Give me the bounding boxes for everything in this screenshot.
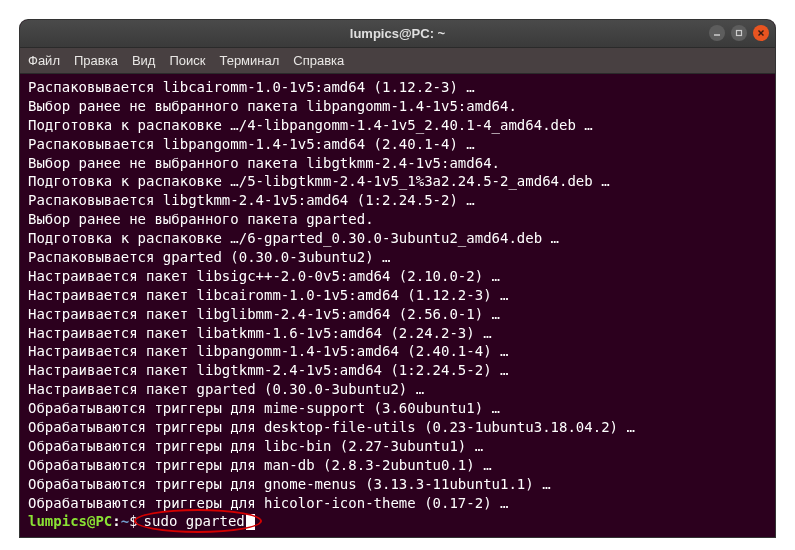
menu-file[interactable]: Файл [28,53,60,68]
prompt-path: ~ [121,512,129,531]
minimize-icon [713,29,721,37]
terminal-line: Обрабатываются триггеры для libc-bin (2.… [28,437,767,456]
terminal-line: Распаковывается libgtkmm-2.4-1v5:amd64 (… [28,191,767,210]
minimize-button[interactable] [709,25,725,41]
terminal-line: Настраивается пакет libcairomm-1.0-1v5:a… [28,286,767,305]
terminal-line: Настраивается пакет libglibmm-2.4-1v5:am… [28,305,767,324]
titlebar[interactable]: lumpics@PC: ~ [20,20,775,48]
close-button[interactable] [753,25,769,41]
terminal-line: Распаковывается gparted (0.30.0-3ubuntu2… [28,248,767,267]
terminal-line: Обрабатываются триггеры для desktop-file… [28,418,767,437]
terminal-line: Подготовка к распаковке …/6-gparted_0.30… [28,229,767,248]
terminal-line: Обрабатываются триггеры для hicolor-icon… [28,494,767,513]
window-controls [709,25,769,41]
maximize-icon [735,29,743,37]
menu-view[interactable]: Вид [132,53,156,68]
prompt-user-host: lumpics@PC [28,512,112,531]
menu-help[interactable]: Справка [293,53,344,68]
menu-terminal[interactable]: Терминал [219,53,279,68]
terminal-line: Настраивается пакет libgtkmm-2.4-1v5:amd… [28,361,767,380]
terminal-window: lumpics@PC: ~ Файл Правка Вид Поиск Терм… [20,20,775,537]
terminal-line: Обрабатываются триггеры для mime-support… [28,399,767,418]
maximize-button[interactable] [731,25,747,41]
cursor [246,514,255,530]
terminal-line: Настраивается пакет libpangomm-1.4-1v5:a… [28,342,767,361]
terminal-line: Выбор ранее не выбранного пакета gparted… [28,210,767,229]
terminal-line: Обрабатываются триггеры для gnome-menus … [28,475,767,494]
svg-rect-1 [737,31,742,36]
terminal-line: Подготовка к распаковке …/5-libgtkmm-2.4… [28,172,767,191]
terminal-line: Выбор ранее не выбранного пакета libgtkm… [28,154,767,173]
terminal-line: Настраивается пакет libsigc++-2.0-0v5:am… [28,267,767,286]
menubar: Файл Правка Вид Поиск Терминал Справка [20,48,775,74]
prompt-dollar: $ [129,512,137,531]
prompt-line: lumpics@PC:~$ sudo gparted [28,512,767,531]
menu-search[interactable]: Поиск [169,53,205,68]
terminal-line: Распаковывается libcairomm-1.0-1v5:amd64… [28,78,767,97]
window-title: lumpics@PC: ~ [350,26,445,41]
terminal-line: Распаковывается libpangomm-1.4-1v5:amd64… [28,135,767,154]
prompt-separator: : [112,512,120,531]
menu-edit[interactable]: Правка [74,53,118,68]
terminal-output[interactable]: Распаковывается libcairomm-1.0-1v5:amd64… [20,74,775,537]
terminal-line: Настраивается пакет gparted (0.30.0-3ubu… [28,380,767,399]
terminal-line: Обрабатываются триггеры для man-db (2.8.… [28,456,767,475]
terminal-line: Выбор ранее не выбранного пакета libpang… [28,97,767,116]
command-input[interactable]: sudo gparted [144,513,245,529]
command-highlight: sudo gparted [144,512,245,531]
close-icon [757,29,765,37]
terminal-line: Настраивается пакет libatkmm-1.6-1v5:amd… [28,324,767,343]
terminal-line: Подготовка к распаковке …/4-libpangomm-1… [28,116,767,135]
